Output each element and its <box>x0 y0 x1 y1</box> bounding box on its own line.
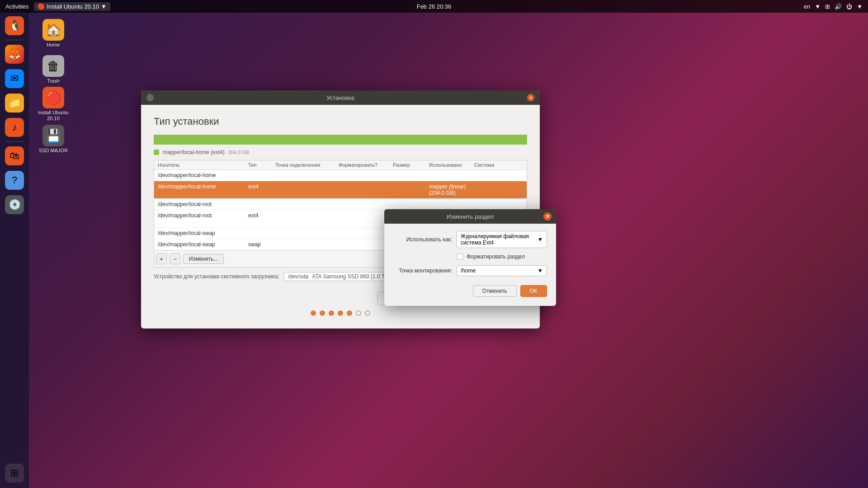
dialog-overlay: Изменить раздел ✕ Использовать как: Журн… <box>0 0 868 488</box>
dialog-content: Использовать как: Журналируемая файловая… <box>384 224 556 306</box>
ok-button[interactable]: OK <box>520 285 547 297</box>
use-as-label: Использовать как: <box>393 236 452 243</box>
dialog-titlebar: Изменить раздел ✕ <box>384 209 556 224</box>
dialog-actions: Отменить OK <box>393 282 547 299</box>
use-as-chevron-icon: ▼ <box>538 236 543 243</box>
use-as-value: Журналируемая файловая система Ext4 <box>461 233 538 246</box>
use-as-select[interactable]: Журналируемая файловая система Ext4 ▼ <box>457 231 547 248</box>
dialog-close-button[interactable]: ✕ <box>543 212 552 221</box>
mount-label: Точка монтирования: <box>393 267 452 274</box>
use-as-row: Использовать как: Журналируемая файловая… <box>393 231 547 248</box>
edit-partition-dialog: Изменить раздел ✕ Использовать как: Журн… <box>384 209 556 306</box>
cancel-button[interactable]: Отменить <box>473 285 517 297</box>
format-checkbox-row: Форматировать раздел <box>393 253 547 260</box>
format-checkbox[interactable] <box>457 253 463 260</box>
mount-point-row: Точка монтирования: /home ▼ <box>393 265 547 276</box>
mount-point-select[interactable]: /home ▼ <box>457 265 547 276</box>
mount-chevron-icon: ▼ <box>538 267 543 274</box>
mount-value: /home <box>461 267 476 274</box>
format-label: Форматировать раздел <box>467 253 525 260</box>
dialog-title: Изменить раздел <box>447 213 494 220</box>
